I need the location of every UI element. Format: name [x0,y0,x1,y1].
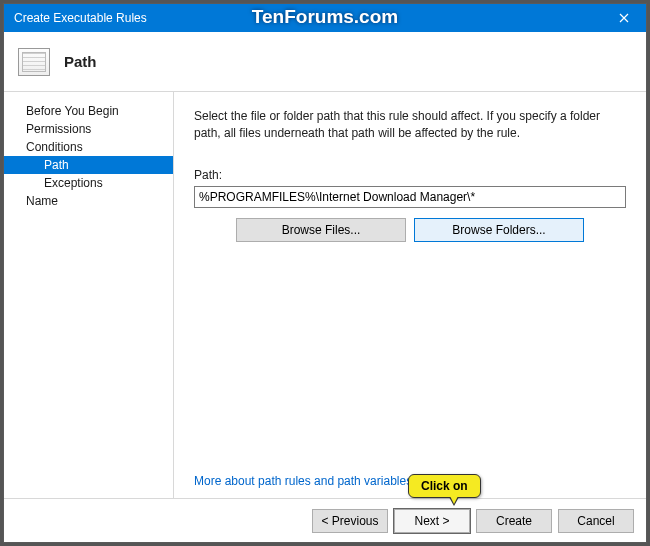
instruction-text: Select the file or folder path that this… [194,108,626,142]
cancel-button[interactable]: Cancel [558,509,634,533]
nav-conditions[interactable]: Conditions [4,138,173,156]
wizard-body: Before You Begin Permissions Conditions … [4,92,646,498]
wizard-footer: < Previous Next > Create Cancel [4,498,646,542]
close-icon [619,13,629,23]
nav-exceptions[interactable]: Exceptions [4,174,173,192]
previous-button[interactable]: < Previous [312,509,388,533]
browse-files-button[interactable]: Browse Files... [236,218,406,242]
spacer [194,242,626,474]
more-info-link[interactable]: More about path rules and path variables [194,474,626,488]
page-title: Path [64,53,97,70]
content-area: Select the file or folder path that this… [174,92,646,498]
next-button[interactable]: Next > [394,509,470,533]
wizard-header: Path [4,32,646,92]
browse-row: Browse Files... Browse Folders... [194,218,626,242]
browse-folders-button[interactable]: Browse Folders... [414,218,584,242]
wizard-window: Create Executable Rules Path Before You … [3,3,647,543]
path-label: Path: [194,168,626,182]
nav-permissions[interactable]: Permissions [4,120,173,138]
window-title: Create Executable Rules [14,11,147,25]
nav-path[interactable]: Path [4,156,173,174]
nav-sidebar: Before You Begin Permissions Conditions … [4,92,174,498]
titlebar: Create Executable Rules [4,4,646,32]
create-button[interactable]: Create [476,509,552,533]
nav-before-you-begin[interactable]: Before You Begin [4,102,173,120]
close-button[interactable] [602,4,646,32]
path-input[interactable] [194,186,626,208]
nav-name[interactable]: Name [4,192,173,210]
page-icon [18,48,50,76]
